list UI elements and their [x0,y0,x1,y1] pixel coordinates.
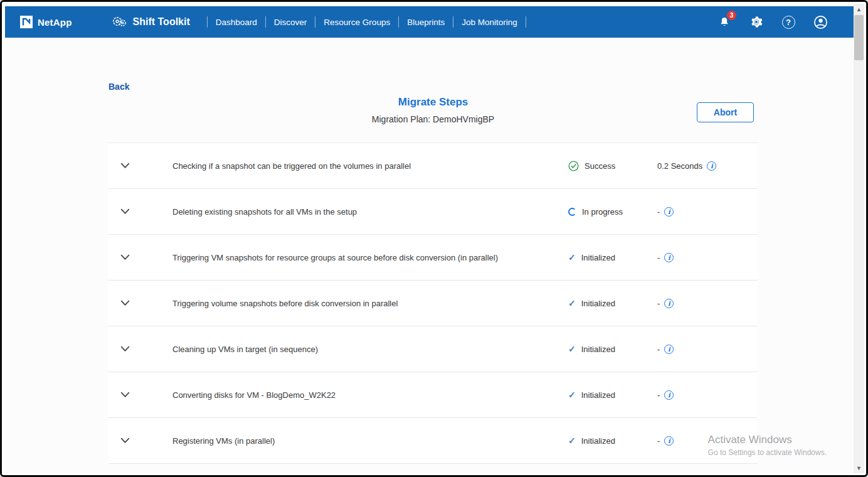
step-duration-cell: - i [657,207,758,217]
step-status: ✓ Initialized [568,345,657,354]
expand-chevron-down-icon[interactable] [117,437,132,444]
info-icon[interactable]: i [664,345,674,354]
step-duration-cell: 0.2 Seconds i [657,161,758,171]
expand-chevron-down-icon[interactable] [117,254,132,260]
step-row: Triggering VM snapshots for resource gro… [109,235,758,281]
main-content: Back Migrate Steps Migration Plan: DemoH… [5,38,855,473]
initialized-check-icon: ✓ [568,253,576,262]
expand-chevron-down-icon[interactable] [117,346,132,352]
account-button[interactable] [813,14,828,29]
notifications-button[interactable]: 3 [717,14,732,29]
nav-separator [526,16,526,28]
expand-chevron-down-icon[interactable] [117,208,132,215]
step-duration: - [657,299,660,308]
step-description: Deleting existing snapshots for all VMs … [172,207,568,217]
netapp-logo-icon [20,16,33,28]
step-duration-cell: - i [657,436,758,446]
info-icon[interactable]: i [664,299,674,308]
initialized-check-icon: ✓ [568,345,576,353]
header-actions: 3 ? [717,14,828,29]
step-status-label: Initialized [581,253,615,262]
step-row: Triggering volume snapshots before disk … [109,281,758,326]
nav-item-job-monitoring[interactable]: Job Monitoring [462,18,517,27]
initialized-check-icon: ✓ [568,390,576,399]
expand-chevron-down-icon[interactable] [117,163,132,169]
expand-chevron-down-icon[interactable] [117,392,132,398]
step-description: Converting disks for VM - BlogDemo_W2K22 [172,390,568,400]
info-icon[interactable]: i [664,207,674,217]
app-home[interactable]: Shift Toolkit [111,14,190,29]
vertical-scrollbar[interactable]: ▲ ▼ [854,4,864,473]
settings-button[interactable] [749,14,764,29]
nav-item-resource-groups[interactable]: Resource Groups [324,18,390,27]
migration-plan-subtitle: Migration Plan: DemoHVmigBP [109,114,758,124]
user-icon [813,15,828,29]
scrollbar-thumb[interactable] [854,15,864,60]
step-duration: - [657,253,660,262]
step-row: Deleting existing snapshots for all VMs … [109,189,758,235]
step-row: Checking if a snapshot can be triggered … [109,143,758,189]
main-nav: Dashboard Discover Resource Groups Bluep… [199,16,534,28]
nav-separator [453,16,453,28]
step-status: ✓ Initialized [568,390,657,400]
nav-item-discover[interactable]: Discover [274,18,307,27]
step-status: ✓ Initialized [568,253,657,262]
top-navbar: NetApp Shift Toolkit Dashboard Discover … [5,6,855,38]
in-progress-spinner-icon [568,208,576,216]
step-status-label: Initialized [581,299,615,308]
step-duration-cell: - i [657,390,758,400]
nav-item-dashboard[interactable]: Dashboard [216,18,257,27]
steps-list: Checking if a snapshot can be triggered … [109,142,758,464]
step-description: Triggering VM snapshots for resource gro… [172,253,568,262]
expand-chevron-down-icon[interactable] [117,300,132,306]
step-duration: - [657,436,660,446]
step-status: ✓ In progress [568,207,657,217]
abort-button[interactable]: Abort [697,102,754,122]
step-status: ✓ Success [568,161,657,171]
info-icon[interactable]: i [664,253,674,262]
notification-badge: 3 [727,11,736,20]
help-icon: ? [782,16,795,29]
step-status-label: Success [585,161,615,171]
step-status-label: In progress [582,207,623,217]
info-icon[interactable]: i [664,390,674,400]
step-row: Converting disks for VM - BlogDemo_W2K22… [109,372,758,418]
step-duration-cell: - i [657,299,758,308]
step-duration: - [657,207,660,217]
page: NetApp Shift Toolkit Dashboard Discover … [2,2,855,475]
netapp-brand[interactable]: NetApp [20,16,72,28]
step-status: ✓ Initialized [568,436,657,446]
scroll-up-arrow-icon[interactable]: ▲ [854,4,864,14]
step-duration: - [657,345,660,354]
nav-separator [265,16,266,28]
app-title: Shift Toolkit [133,16,190,28]
page-title: Migrate Steps [109,96,758,109]
step-status: ✓ Initialized [568,299,657,308]
success-check-circle-icon [568,161,579,171]
step-status-label: Initialized [581,345,615,354]
info-icon[interactable]: i [664,436,674,446]
step-description: Triggering volume snapshots before disk … [172,299,568,308]
step-description: Registering VMs (in parallel) [172,436,568,446]
initialized-check-icon: ✓ [568,299,576,308]
initialized-check-icon: ✓ [568,436,576,445]
brand-name: NetApp [38,17,72,28]
gear-icon [749,15,763,29]
back-link[interactable]: Back [109,82,129,92]
step-status-label: Initialized [581,390,615,400]
step-description: Cleaning up VMs in target (in sequence) [172,345,568,354]
step-duration-cell: - i [657,345,758,354]
nav-separator [207,16,208,28]
help-button[interactable]: ? [781,14,796,29]
info-icon[interactable]: i [707,161,716,171]
step-description: Checking if a snapshot can be triggered … [172,161,568,171]
step-row: Cleaning up VMs in target (in sequence) … [109,326,758,372]
nav-separator [315,16,315,28]
scroll-down-arrow-icon[interactable]: ▼ [854,463,864,473]
nav-separator [398,16,399,28]
shift-toolkit-icon [111,14,127,29]
step-duration: - [657,390,660,400]
step-duration: 0.2 Seconds [657,161,702,171]
nav-item-blueprints[interactable]: Blueprints [407,18,445,27]
step-status-label: Initialized [581,436,615,446]
